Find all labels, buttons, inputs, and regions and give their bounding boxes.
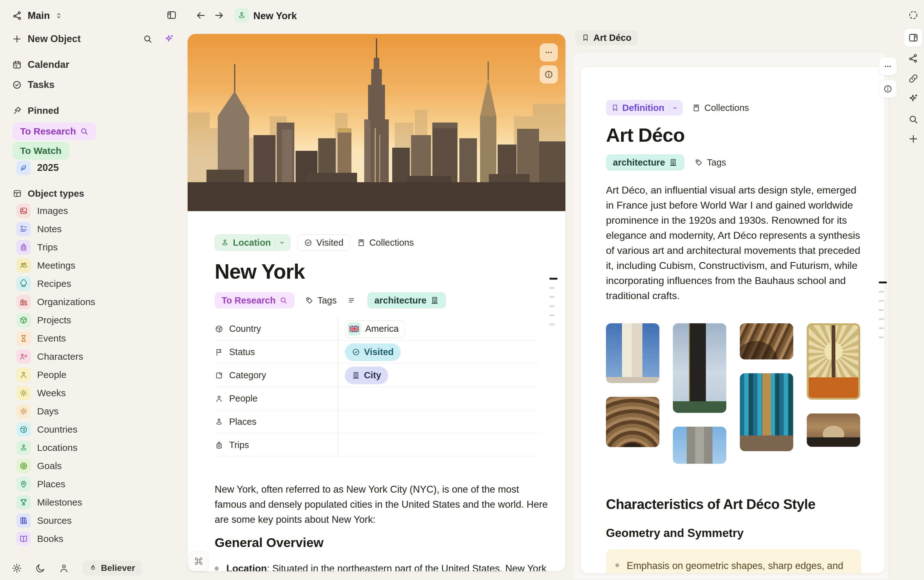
property-label[interactable]: Places xyxy=(214,417,338,427)
type-selector-definition[interactable]: Definition xyxy=(606,100,683,115)
ellipsis-icon xyxy=(883,62,893,71)
moon-icon[interactable] xyxy=(35,563,46,574)
right-outline-indicator[interactable] xyxy=(879,282,887,338)
breadcrumb[interactable]: New York xyxy=(253,10,297,22)
pinned-item-to-watch[interactable]: To Watch xyxy=(13,142,69,160)
links-button[interactable] xyxy=(904,69,923,88)
category-value-chip[interactable]: City xyxy=(345,367,388,384)
section-heading[interactable]: General Overview xyxy=(214,536,538,550)
new-object-button[interactable]: New Object xyxy=(12,31,81,46)
sidebar-item-meetings[interactable]: Meetings xyxy=(16,256,180,275)
sidebar-ai-button[interactable] xyxy=(162,32,176,46)
nyc-skyline-illustration xyxy=(188,34,565,211)
type-selector-location[interactable]: Location xyxy=(214,234,290,251)
tags-property-button[interactable]: Tags xyxy=(695,157,726,168)
add-button[interactable] xyxy=(904,129,923,148)
sidebar-item-calendar[interactable]: Calendar xyxy=(12,57,69,72)
property-value[interactable]: America xyxy=(338,320,538,338)
main-editor-card: Location Visited Collections New York To… xyxy=(187,34,566,572)
sidebar-item-organizations[interactable]: Organizations xyxy=(16,293,180,311)
sidebar-item-weeks[interactable]: Weeks xyxy=(16,384,180,402)
sidebar-item-days[interactable]: Days xyxy=(16,402,180,420)
sidebar-item-recipes[interactable]: Recipes xyxy=(16,275,180,293)
tag-architecture[interactable]: architecture xyxy=(367,292,446,308)
sidebar-item-projects[interactable]: Projects xyxy=(16,311,180,329)
keyboard-shortcuts-button[interactable] xyxy=(188,551,209,571)
property-label[interactable]: Country xyxy=(214,324,338,334)
right-panel-tab-art-deco[interactable]: Art Déco xyxy=(575,30,638,45)
property-label[interactable]: Trips xyxy=(214,440,338,450)
bullet-item[interactable]: Location: Situated in the northeastern p… xyxy=(214,561,554,572)
sidebar-item-sources[interactable]: Sources xyxy=(16,511,180,530)
description-icon[interactable] xyxy=(347,296,357,305)
sidebar-item-images[interactable]: Images xyxy=(16,202,180,220)
sidebar-item-tasks[interactable]: Tasks xyxy=(12,77,55,92)
right-card-menu-button[interactable] xyxy=(879,57,897,76)
object-types-section-header[interactable]: Object types xyxy=(13,187,84,201)
sidebar-item-books[interactable]: Books xyxy=(16,530,180,548)
body-paragraph[interactable]: New York, often referred to as New York … xyxy=(214,482,548,527)
photo-blue-lobby[interactable] xyxy=(740,373,793,451)
country-value-chip[interactable]: America xyxy=(345,320,405,338)
ai-assistant-button[interactable] xyxy=(904,89,923,108)
sidebar-item-locations[interactable]: Locations xyxy=(16,438,180,457)
main-outline-indicator[interactable] xyxy=(549,278,558,325)
pinned-item-2025[interactable]: 2025 xyxy=(16,159,59,176)
property-label[interactable]: Status xyxy=(214,347,338,357)
characteristics-heading[interactable]: Characteristics of Art Déco Style xyxy=(606,496,860,512)
object-type-label: Images xyxy=(37,206,68,216)
gear-icon[interactable] xyxy=(11,563,22,574)
toggle-right-panel-button[interactable] xyxy=(904,28,923,47)
sidebar-item-trips[interactable]: Trips xyxy=(16,238,180,256)
tags-property-button[interactable]: Tags xyxy=(305,295,337,306)
collections-button[interactable]: Collections xyxy=(357,237,414,248)
sidebar-item-people[interactable]: People xyxy=(16,366,180,384)
sidebar-item-events[interactable]: Events xyxy=(16,329,180,348)
collections-button[interactable]: Collections xyxy=(692,103,749,113)
photo-art-deco-poster[interactable] xyxy=(807,323,860,400)
photo-bronze-fan-detail[interactable] xyxy=(740,323,793,359)
cover-image-nyc-skyline[interactable] xyxy=(188,34,565,211)
sidebar-item-characters[interactable]: Characters xyxy=(16,348,180,366)
sidebar-collapse-button[interactable] xyxy=(165,8,178,22)
right-card-info-button[interactable] xyxy=(879,80,897,98)
photo-white-tower[interactable] xyxy=(606,323,659,383)
search-button[interactable] xyxy=(904,110,923,129)
property-label[interactable]: Category xyxy=(214,370,338,381)
sidebar-item-countries[interactable]: Countries xyxy=(16,420,180,438)
highlighted-bullet-block[interactable]: Emphasis on geometric shapes, sharp edge… xyxy=(606,549,861,573)
photo-dark-skyscraper[interactable] xyxy=(673,323,726,413)
status-chip-visited[interactable]: Visited xyxy=(297,234,350,251)
property-value[interactable]: City xyxy=(338,367,538,384)
sidebar-item-places[interactable]: Places xyxy=(16,475,180,493)
sidebar-search-button[interactable] xyxy=(141,32,155,46)
cover-info-button[interactable] xyxy=(540,65,558,84)
photo-gothic-tower[interactable] xyxy=(673,427,726,464)
cover-menu-button[interactable] xyxy=(540,43,558,62)
graph-icon xyxy=(908,53,919,64)
geometry-heading[interactable]: Geometry and Symmetry xyxy=(606,527,860,540)
forward-button[interactable] xyxy=(212,8,226,23)
graph-view-button[interactable] xyxy=(904,49,923,68)
property-label[interactable]: People xyxy=(214,393,338,404)
pinned-label: To Research xyxy=(20,126,76,137)
back-button[interactable] xyxy=(194,8,208,23)
photo-vaulted-corridor[interactable] xyxy=(807,414,860,447)
tag-architecture[interactable]: architecture xyxy=(606,154,685,171)
profile-icon[interactable] xyxy=(58,563,69,574)
object-header-chips: Location Visited Collections xyxy=(214,234,538,251)
sync-status-button[interactable] xyxy=(904,6,923,25)
sidebar-item-milestones[interactable]: Milestones xyxy=(16,493,180,511)
membership-badge[interactable]: Believer xyxy=(82,560,142,576)
pinned-item-to-research[interactable]: To Research xyxy=(13,122,96,140)
status-value-chip[interactable]: Visited xyxy=(345,343,401,361)
sidebar-item-goals[interactable]: Goals xyxy=(16,457,180,475)
pinned-section-header[interactable]: Pinned xyxy=(13,104,59,117)
property-value[interactable]: Visited xyxy=(338,343,538,361)
pinned-tag-to-research[interactable]: To Research xyxy=(214,292,294,308)
membership-label: Believer xyxy=(101,563,135,573)
photo-gold-arches[interactable] xyxy=(606,397,659,447)
body-paragraph[interactable]: Art Déco, an influential visual arts des… xyxy=(606,183,862,303)
sidebar-item-notes[interactable]: Notes xyxy=(16,220,180,238)
workspace-switcher[interactable]: Main xyxy=(12,9,63,23)
